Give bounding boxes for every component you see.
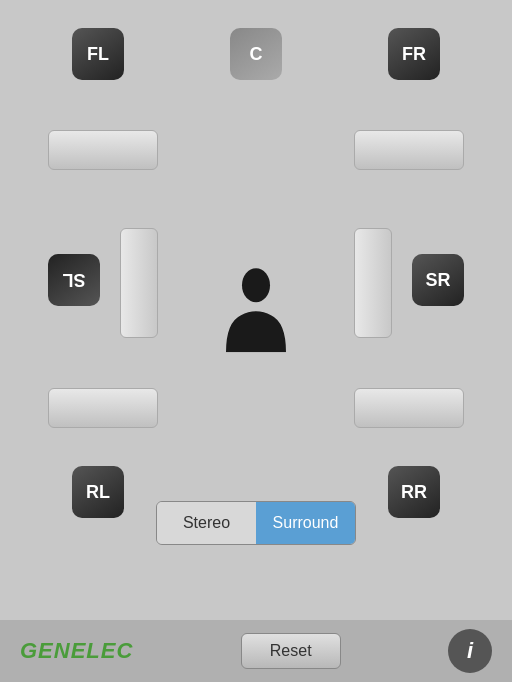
speaker-c[interactable]: C [230,28,282,80]
speaker-sl[interactable]: SL [48,254,100,306]
genelec-logo: GENELEC [20,638,133,664]
person-silhouette [221,267,291,356]
speaker-layout: FL C FR SL SR RL RR Stereo Surround [0,0,512,620]
speaker-fr[interactable]: FR [388,28,440,80]
reset-button[interactable]: Reset [241,633,341,669]
svg-point-0 [242,268,270,302]
stereo-button[interactable]: Stereo [157,502,256,544]
surround-button[interactable]: Surround [256,502,355,544]
slider-bot-left[interactable] [48,388,158,428]
slider-top-right[interactable] [354,130,464,170]
speaker-sr[interactable]: SR [412,254,464,306]
speaker-rr[interactable]: RR [388,466,440,518]
info-button[interactable]: i [448,629,492,673]
slider-mid-right[interactable] [354,228,392,338]
mode-toggle: Stereo Surround [156,501,356,545]
slider-bot-right[interactable] [354,388,464,428]
footer: GENELEC Reset i [0,620,512,682]
slider-top-left[interactable] [48,130,158,170]
speaker-fl[interactable]: FL [72,28,124,80]
speaker-rl[interactable]: RL [72,466,124,518]
slider-mid-left[interactable] [120,228,158,338]
